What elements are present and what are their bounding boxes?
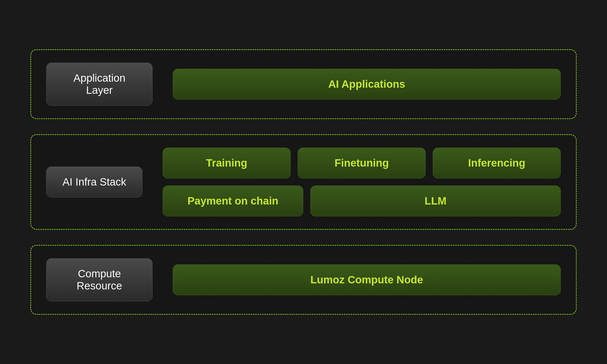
finetuning-pill: Finetuning — [298, 148, 426, 178]
inferencing-pill: Inferencing — [433, 148, 561, 178]
ai-applications-pill: AI Applications — [173, 69, 561, 100]
application-layer-content: AI Applications — [173, 69, 561, 100]
lumoz-compute-node-pill: Lumoz Compute Node — [173, 264, 561, 295]
compute-resource-label: Compute Resource — [46, 258, 153, 301]
ai-infra-stack-section: AI Infra Stack Training Finetuning Infer… — [30, 134, 577, 230]
ai-infra-stack-label: AI Infra Stack — [46, 167, 142, 197]
compute-resource-content: Lumoz Compute Node — [173, 264, 561, 295]
training-pill: Training — [163, 148, 291, 178]
infra-row-2: Payment on chain LLM — [163, 186, 561, 216]
llm-pill: LLM — [310, 186, 561, 216]
payment-on-chain-pill: Payment on chain — [163, 186, 303, 216]
compute-resource-section: Compute Resource Lumoz Compute Node — [30, 245, 577, 315]
application-layer-label: Application Layer — [46, 63, 153, 106]
ai-infra-stack-content: Training Finetuning Inferencing Payment … — [163, 148, 561, 216]
infra-row-1: Training Finetuning Inferencing — [163, 148, 561, 178]
application-layer-section: Application Layer AI Applications — [30, 49, 577, 119]
page-container: Application Layer AI Applications AI Inf… — [0, 0, 607, 364]
